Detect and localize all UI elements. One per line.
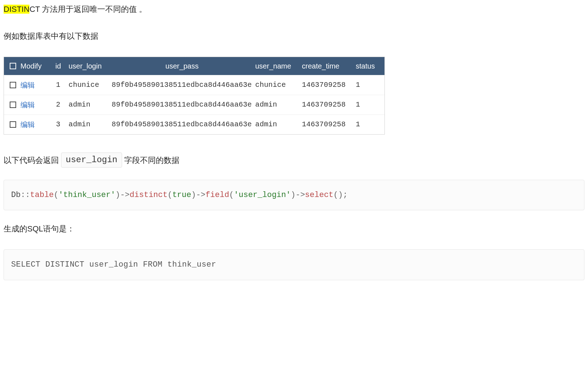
data-table: Modify id user_login user_pass user_name…: [4, 57, 385, 135]
cell-id: 3: [51, 119, 66, 130]
token: (: [54, 191, 59, 200]
cell-user-login: admin: [66, 119, 109, 130]
cell-status: 1: [353, 119, 378, 130]
table-row: 编辑 2 admin 89f0b495890138511edbca8d446aa…: [4, 95, 384, 114]
token: ): [115, 191, 120, 200]
cell-create-time: 1463709258: [299, 79, 353, 91]
code-intro-pre: 以下代码会返回: [4, 154, 59, 166]
token: ): [191, 191, 196, 200]
header-checkbox-cell: [8, 63, 18, 69]
token: ): [338, 191, 343, 200]
token: ): [291, 191, 295, 200]
highlight-text: DISTIN: [4, 5, 29, 14]
token: ::: [20, 191, 30, 200]
header-user-pass: user_pass: [109, 60, 252, 72]
row-checkbox[interactable]: [10, 121, 16, 128]
table-row: 编辑 1 chunice 89f0b495890138511edbca8d446…: [4, 75, 384, 95]
token: (: [333, 191, 338, 200]
paragraph-sql-intro: 生成的SQL语句是：: [4, 222, 584, 235]
token: (: [168, 191, 172, 200]
token: Db: [11, 191, 20, 200]
header-create-time: create_time: [299, 60, 353, 72]
paragraph-before-table: 例如数据库表中有以下数据: [4, 30, 584, 42]
token: select: [305, 191, 333, 200]
edit-link[interactable]: 编辑: [20, 101, 35, 109]
header-status: status: [353, 60, 378, 72]
row-checkbox-cell: [8, 121, 18, 128]
cell-id: 2: [51, 99, 66, 111]
paragraph-code-intro: 以下代码会返回 user_login 字段不同的数据: [4, 152, 584, 168]
token: ;: [343, 191, 347, 200]
token: 'think_user': [59, 191, 115, 200]
code-block-2: SELECT DISTINCT user_login FROM think_us…: [4, 249, 584, 280]
token: 'user_login': [234, 191, 291, 200]
token: distinct: [130, 191, 168, 200]
token: (: [229, 191, 234, 200]
header-user-name: user_name: [252, 60, 299, 72]
token: ->: [120, 191, 130, 200]
inline-code-user-login: user_login: [61, 152, 122, 168]
edit-link[interactable]: 编辑: [20, 121, 35, 128]
intro-paragraph: DISTINCT 方法用于返回唯一不同的值 。: [4, 3, 584, 15]
table-header-row: Modify id user_login user_pass user_name…: [4, 57, 384, 75]
token: ->: [196, 191, 205, 200]
header-id: id: [51, 60, 66, 72]
table-row: 编辑 3 admin 89f0b495890138511edbca8d446aa…: [4, 114, 384, 134]
token: ->: [295, 191, 305, 200]
cell-id: 1: [51, 79, 66, 91]
intro-rest: CT 方法用于返回唯一不同的值 。: [29, 5, 147, 14]
token: true: [172, 191, 191, 200]
cell-user-pass: 89f0b495890138511edbca8d446aa63e: [109, 119, 252, 130]
token: field: [205, 191, 229, 200]
cell-user-name: chunice: [252, 79, 299, 91]
cell-create-time: 1463709258: [299, 99, 353, 111]
cell-user-name: admin: [252, 99, 299, 111]
row-checkbox[interactable]: [10, 102, 16, 108]
cell-user-pass: 89f0b495890138511edbca8d446aa63e: [109, 79, 252, 91]
header-user-login: user_login: [66, 60, 109, 72]
row-checkbox-cell: [8, 102, 18, 108]
select-all-checkbox[interactable]: [10, 63, 16, 69]
edit-link[interactable]: 编辑: [20, 81, 35, 89]
cell-status: 1: [353, 79, 378, 91]
header-modify: Modify: [18, 60, 51, 72]
cell-user-pass: 89f0b495890138511edbca8d446aa63e: [109, 99, 252, 111]
token: table: [30, 191, 54, 200]
cell-create-time: 1463709258: [299, 119, 353, 130]
cell-user-name: admin: [252, 119, 299, 130]
row-checkbox-cell: [8, 82, 18, 88]
row-checkbox[interactable]: [10, 82, 16, 88]
cell-user-login: chunice: [66, 79, 109, 91]
cell-user-login: admin: [66, 99, 109, 111]
code-intro-post: 字段不同的数据: [124, 154, 179, 166]
code-block-1: Db::table('think_user')->distinct(true)-…: [4, 180, 584, 210]
cell-status: 1: [353, 99, 378, 111]
